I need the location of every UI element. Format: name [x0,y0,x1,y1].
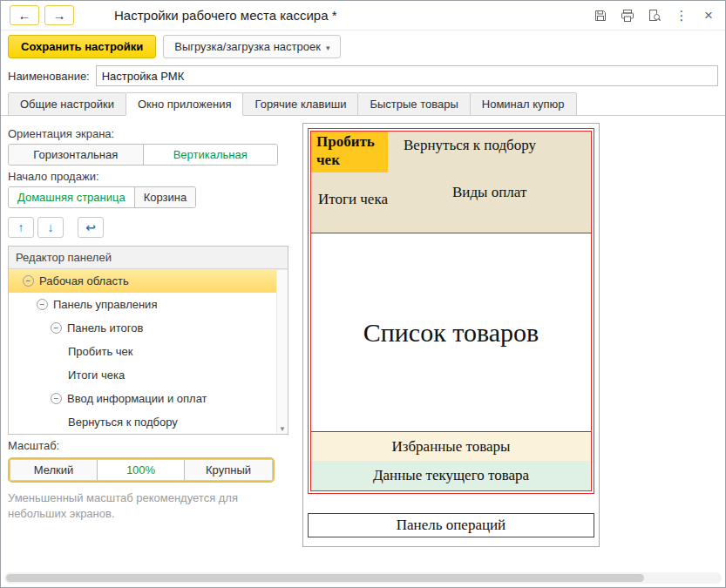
preview-operations-panel: Панель операций [308,513,594,537]
start-sale-toggle: Домашняя страница Корзина [8,186,196,208]
orientation-toggle: Горизонтальная Вертикальная [8,144,278,166]
tree-item-label: Панель управления [53,298,157,311]
preview-red-frame: Пробить чек Вернуться к подбору Итоги че… [308,128,594,494]
scale-small-option[interactable]: Мелкий [10,460,98,480]
preview-favorites-block: Избранные товары [311,432,591,461]
settings-panel: Ориентация экрана: Горизонтальная Вертик… [8,123,290,521]
collapse-icon[interactable] [37,299,48,310]
orientation-horizontal-option[interactable]: Горизонтальная [9,145,144,165]
back-arrow-icon: ← [18,8,31,23]
scale-toggle-focus-ring: Мелкий 100% Крупный [8,457,275,483]
tree-item-label: Вернуться к подбору [68,416,178,429]
preview-icon[interactable] [647,8,662,24]
preview-back-to-pick-block: Вернуться к подбору [404,137,536,154]
reset-button[interactable]: ↩ [78,217,104,238]
scale-large-option[interactable]: Крупный [185,460,272,480]
name-input[interactable] [96,65,718,86]
save-icon[interactable] [593,8,608,24]
tree-item-control-panel[interactable]: Панель управления [9,293,288,316]
tree-item-print-check[interactable]: Пробить чек [9,340,288,363]
scroll-down-icon[interactable]: ▼ [277,425,288,433]
tab-banknotes[interactable]: Номинал купюр [470,92,577,116]
collapse-icon[interactable] [23,275,34,287]
chevron-down-icon: ▾ [326,44,330,52]
collapse-icon[interactable] [51,393,62,404]
start-home-option[interactable]: Домашняя страница [9,187,135,207]
scale-toggle: Мелкий 100% Крупный [10,459,273,481]
start-sale-label: Начало продажи: [8,170,290,183]
layout-preview: Пробить чек Вернуться к подбору Итоги че… [302,123,600,547]
tab-general-settings[interactable]: Общие настройки [8,92,126,116]
tree-scrollbar[interactable]: ▼ [276,270,288,434]
preview-control-panel: Пробить чек Вернуться к подбору Итоги че… [311,132,591,233]
tab-quick-goods[interactable]: Быстрые товары [357,92,470,116]
tree-header: Редактор панелей [9,247,288,269]
orientation-vertical-option[interactable]: Вертикальная [144,145,278,165]
toolbar: Сохранить настройки Выгрузка/загрузка на… [1,30,725,64]
preview-product-list-block: Список товаров [311,233,591,432]
tree-item-back-to-pick[interactable]: Вернуться к подбору [9,410,288,434]
forward-arrow-icon: → [53,8,66,23]
tab-bar: Общие настройки Окно приложения Горячие … [1,92,725,116]
arrow-up-icon: ↑ [18,220,24,234]
tree-item-label: Итоги чека [68,368,125,382]
name-row: Наименование: [1,64,725,92]
preview-print-check-block: Пробить чек [311,132,388,172]
preview-red-frame-inner: Пробить чек Вернуться к подбору Итоги че… [310,131,592,491]
export-import-label: Выгрузка/загрузка настроек [174,40,321,53]
tree-item-label: Пробить чек [68,345,133,358]
name-label: Наименование: [8,70,90,83]
scale-100-option[interactable]: 100% [98,460,185,480]
arrow-down-icon: ↓ [48,220,54,234]
back-button[interactable]: ← [10,5,39,25]
panel-order-buttons: ↑ ↓ ↩ [8,217,290,238]
print-icon[interactable] [620,8,635,24]
cashier-settings-window: ← → Настройки рабочего места кассира * ⋮… [0,0,726,588]
tree-item-info-payments[interactable]: Ввод информации и оплат [9,387,288,410]
preview-payment-types-block: Виды оплат [452,184,526,201]
preview-check-totals-block: Итоги чека [318,191,388,208]
title-bar: ← → Настройки рабочего места кассира * ⋮… [1,1,725,30]
tree-item-check-totals[interactable]: Итоги чека [9,363,288,387]
move-up-button[interactable]: ↑ [8,217,34,238]
tree-item-label: Рабочая область [39,274,129,287]
panel-editor-tree: Редактор панелей Рабочая область Панель … [8,246,288,435]
tab-hotkeys[interactable]: Горячие клавиши [242,92,358,116]
orientation-label: Ориентация экрана: [8,127,290,140]
forward-button[interactable]: → [44,5,74,25]
collapse-icon[interactable] [51,322,62,334]
tab-application-window[interactable]: Окно приложения [126,92,244,116]
scale-hint-text: Уменьшенный масштаб рекомендуется для не… [8,490,266,521]
move-down-button[interactable]: ↓ [37,217,64,238]
close-icon[interactable]: × [701,8,716,24]
horizontal-scrollbar[interactable] [4,572,722,584]
start-cart-option[interactable]: Корзина [135,187,196,207]
export-import-button[interactable]: Выгрузка/загрузка настроек▾ [163,35,341,58]
page-title: Настройки рабочего места кассира * [114,8,336,23]
tree-item-label: Ввод информации и оплат [67,392,207,405]
preview-current-product-block: Данные текущего товара [311,461,591,490]
tree-item-label: Панель итогов [67,321,143,335]
scale-label: Масштаб: [8,439,290,452]
reset-arrow-icon: ↩ [85,220,96,234]
horizontal-scrollbar-thumb[interactable] [6,574,644,582]
save-settings-button[interactable]: Сохранить настройки [8,35,156,58]
tree-item-totals-panel[interactable]: Панель итогов [9,316,288,340]
tree-item-workspace[interactable]: Рабочая область [9,269,288,293]
more-menu-icon[interactable]: ⋮ [674,8,689,24]
